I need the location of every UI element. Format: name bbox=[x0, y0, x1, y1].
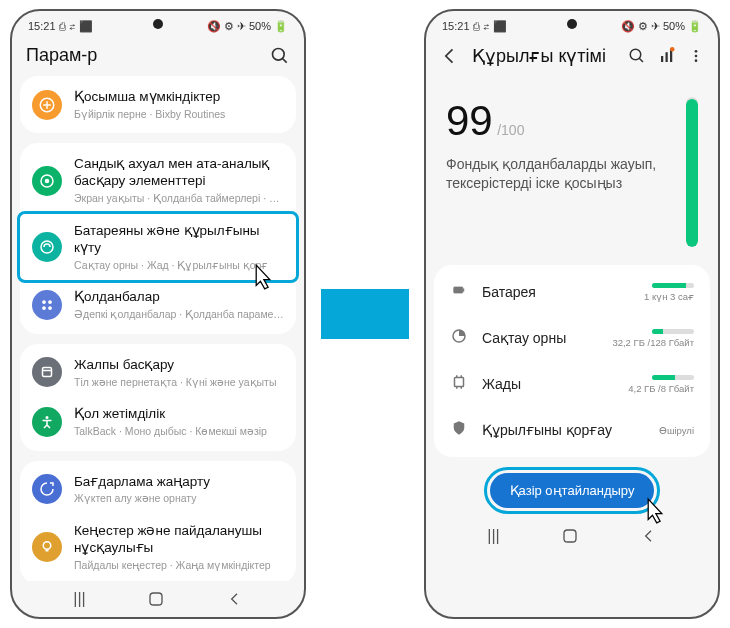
back-button[interactable] bbox=[641, 528, 657, 544]
settings-row-wellbeing[interactable]: Сандық ахуал мен ата-аналық басқару элем… bbox=[20, 147, 296, 213]
svg-point-0 bbox=[273, 48, 285, 60]
row-subtitle: Экран уақыты · Қолданба таймерлері · Ұйы… bbox=[74, 192, 284, 205]
back-icon[interactable] bbox=[440, 46, 460, 66]
svg-point-11 bbox=[48, 306, 52, 310]
settings-row-accessibility[interactable]: Қол жетімділікTalkBack · Моно дыбыс · Кө… bbox=[20, 397, 296, 446]
row-title: Қосымша мүмкіндіктер bbox=[74, 89, 284, 106]
care-meta: Өшірулі bbox=[659, 425, 694, 436]
row-subtitle: TalkBack · Моно дыбыс · Көмекші мәзір bbox=[74, 425, 284, 438]
recents-button[interactable]: ||| bbox=[487, 527, 499, 545]
nav-bar: ||| bbox=[12, 581, 304, 617]
svg-point-18 bbox=[630, 49, 641, 60]
nav-bar: ||| bbox=[426, 518, 718, 554]
care-meta: 32,2 ГБ /128 Гбайт bbox=[612, 329, 694, 348]
svg-rect-12 bbox=[43, 368, 52, 377]
svg-point-6 bbox=[45, 178, 50, 183]
home-button[interactable] bbox=[148, 591, 164, 607]
general-icon bbox=[32, 357, 62, 387]
phone-right: 15:21⎙ ⇄ ⬛ 🔇 ⚙ ✈︎ 50%🔋 Құрылғы күтімі 99… bbox=[424, 9, 720, 619]
page-title: Парам-р bbox=[26, 45, 258, 66]
svg-point-7 bbox=[41, 241, 53, 253]
search-icon[interactable] bbox=[270, 46, 290, 66]
care-meta: 1 күн 3 сағ bbox=[644, 283, 694, 302]
row-subtitle: Тіл және пернетақта · Күні және уақыты bbox=[74, 376, 284, 389]
row-title: Бағдарлама жаңарту bbox=[74, 474, 284, 491]
score-value: 99 bbox=[446, 97, 493, 144]
svg-rect-30 bbox=[455, 378, 464, 387]
svg-point-14 bbox=[46, 416, 49, 419]
settings-row-general[interactable]: Жалпы басқаруТіл және пернетақта · Күні … bbox=[20, 348, 296, 397]
svg-point-15 bbox=[43, 542, 51, 550]
row-title: Кеңестер және пайдаланушы нұсқаулығы bbox=[74, 523, 284, 557]
svg-rect-35 bbox=[564, 530, 576, 542]
care-list: Батарея1 күн 3 сағСақтау орны32,2 ГБ /12… bbox=[434, 265, 710, 457]
row-subtitle: Пайдалы кеңестер · Жаңа мүмкіндіктер bbox=[74, 559, 284, 572]
care-meta: 4,2 ГБ /8 Гбайт bbox=[628, 375, 694, 394]
settings-row-care[interactable]: Батареяны және құрылғыны күтуСақтау орны… bbox=[17, 211, 299, 283]
svg-rect-27 bbox=[454, 287, 463, 293]
recents-button[interactable]: ||| bbox=[73, 590, 85, 608]
transition-arrow bbox=[321, 289, 409, 339]
search-icon[interactable] bbox=[628, 47, 646, 65]
care-label: Батарея bbox=[482, 284, 630, 300]
svg-line-1 bbox=[283, 58, 287, 62]
row-title: Батареяны және құрылғыны күту bbox=[74, 223, 284, 257]
settings-row-update[interactable]: Бағдарлама жаңартуЖүктеп алу және орнату bbox=[20, 465, 296, 514]
device-care-header: Құрылғы күтімі bbox=[426, 37, 718, 77]
page-title: Құрылғы күтімі bbox=[472, 45, 616, 67]
svg-point-9 bbox=[48, 300, 52, 304]
care-row-storage[interactable]: Сақтау орны32,2 ГБ /128 Гбайт bbox=[434, 315, 710, 361]
settings-list: Қосымша мүмкіндіктерБүйірлік перне · Bix… bbox=[12, 76, 304, 581]
svg-rect-20 bbox=[661, 56, 663, 62]
care-icon bbox=[32, 232, 62, 262]
svg-point-10 bbox=[42, 306, 46, 310]
svg-point-26 bbox=[695, 59, 698, 62]
memory-icon bbox=[450, 373, 468, 395]
svg-rect-21 bbox=[666, 52, 668, 62]
svg-rect-17 bbox=[150, 593, 162, 605]
care-row-shield[interactable]: Құрылғыны қорғауӨшірулі bbox=[434, 407, 710, 453]
settings-header: Парам-р bbox=[12, 37, 304, 76]
back-button[interactable] bbox=[227, 591, 243, 607]
accessibility-icon bbox=[32, 407, 62, 437]
settings-row-tips[interactable]: Кеңестер және пайдаланушы нұсқаулығыПайд… bbox=[20, 514, 296, 580]
home-button[interactable] bbox=[562, 528, 578, 544]
row-title: Қолданбалар bbox=[74, 289, 284, 306]
settings-row-plus[interactable]: Қосымша мүмкіндіктерБүйірлік перне · Bix… bbox=[20, 80, 296, 129]
optimize-button[interactable]: Қазір оңтайландыру bbox=[490, 473, 655, 508]
care-row-memory[interactable]: Жады4,2 ГБ /8 Гбайт bbox=[434, 361, 710, 407]
plus-icon bbox=[32, 90, 62, 120]
camera-notch bbox=[153, 19, 163, 29]
svg-point-24 bbox=[695, 50, 698, 53]
update-icon bbox=[32, 474, 62, 504]
row-subtitle: Бүйірлік перне · Bixby Routines bbox=[74, 108, 284, 121]
row-title: Сандық ахуал мен ата-аналық басқару элем… bbox=[74, 156, 284, 190]
score-bar bbox=[686, 97, 698, 247]
row-title: Қол жетімділік bbox=[74, 406, 284, 423]
svg-line-19 bbox=[639, 58, 643, 62]
more-icon[interactable] bbox=[688, 47, 704, 65]
svg-point-23 bbox=[670, 47, 675, 52]
shield-icon bbox=[450, 419, 468, 441]
chart-icon[interactable] bbox=[658, 47, 676, 65]
score-max: /100 bbox=[497, 122, 524, 138]
care-label: Жады bbox=[482, 376, 614, 392]
row-subtitle: Әдепкі қолданбалар · Қолданба параметрле… bbox=[74, 308, 284, 321]
row-subtitle: Сақтау орны · Жад · Құрылғыны қорғ bbox=[74, 259, 284, 272]
battery-icon bbox=[450, 281, 468, 303]
care-label: Құрылғыны қорғау bbox=[482, 422, 645, 438]
apps-icon bbox=[32, 290, 62, 320]
wellbeing-icon bbox=[32, 166, 62, 196]
care-row-battery[interactable]: Батарея1 күн 3 сағ bbox=[434, 269, 710, 315]
svg-point-8 bbox=[42, 300, 46, 304]
svg-point-25 bbox=[695, 55, 698, 58]
svg-rect-28 bbox=[463, 289, 465, 292]
storage-icon bbox=[450, 327, 468, 349]
score-message: Фондық қолданбаларды жауып, тексерістерд… bbox=[446, 155, 672, 193]
settings-row-apps[interactable]: ҚолданбаларӘдепкі қолданбалар · Қолданба… bbox=[20, 280, 296, 329]
tips-icon bbox=[32, 532, 62, 562]
care-label: Сақтау орны bbox=[482, 330, 598, 346]
row-subtitle: Жүктеп алу және орнату bbox=[74, 492, 284, 505]
score-panel: 99 /100 Фондық қолданбаларды жауып, текс… bbox=[426, 77, 718, 257]
row-title: Жалпы басқару bbox=[74, 357, 284, 374]
